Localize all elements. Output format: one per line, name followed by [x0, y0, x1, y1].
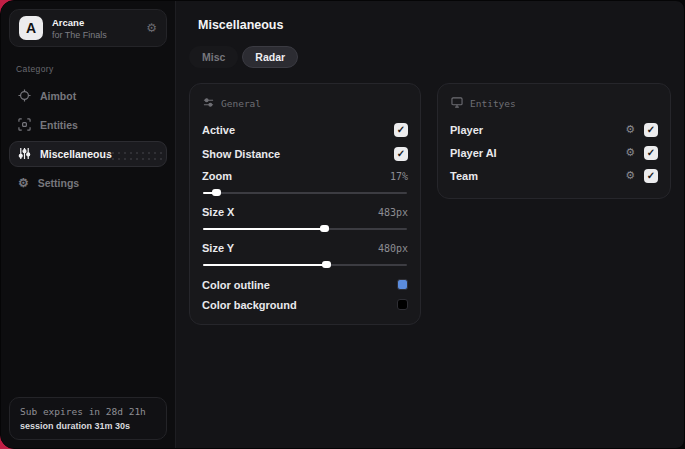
entity-label: Player AI [450, 147, 497, 159]
profile-settings-icon[interactable]: ⚙ [146, 22, 157, 34]
setting-label: Size X [202, 206, 234, 218]
setting-label: Show Distance [202, 148, 280, 160]
size-y-value: 480px [378, 243, 408, 254]
setting-label: Zoom [202, 170, 232, 182]
setting-label: Color outline [202, 279, 270, 291]
setting-row-size-x: Size X 483px [202, 206, 408, 233]
setting-row-active: Active [202, 122, 408, 137]
size-x-slider[interactable] [202, 224, 408, 233]
gear-icon: ⚙ [18, 177, 29, 189]
color-outline-swatch[interactable] [397, 279, 408, 290]
setting-label: Color background [202, 299, 297, 311]
sidebar-item-entities[interactable]: Entities [9, 112, 167, 138]
team-checkbox[interactable] [644, 169, 658, 183]
team-config-gear-icon[interactable]: ⚙ [625, 170, 635, 181]
general-panel-header: General [203, 97, 408, 110]
player-ai-checkbox[interactable] [644, 146, 658, 160]
active-checkbox[interactable] [394, 123, 408, 137]
color-background-swatch[interactable] [397, 299, 408, 310]
zoom-slider[interactable] [202, 188, 408, 197]
setting-row-color-outline: Color outline [202, 278, 408, 291]
entity-row-player: Player ⚙ [450, 122, 658, 137]
setting-row-color-background: Color background [202, 298, 408, 311]
scan-box-icon [18, 118, 31, 133]
panels-row: General Active Show Distance Zoom 17% [189, 83, 671, 325]
sliders-icon [18, 147, 31, 162]
zoom-value: 17% [390, 171, 408, 182]
size-x-slider-thumb[interactable] [320, 225, 329, 232]
sidebar-item-label: Aimbot [40, 90, 76, 102]
player-config-gear-icon[interactable]: ⚙ [625, 124, 635, 135]
subscription-card: Sub expires in 28d 21h session duration … [9, 397, 167, 440]
sidebar-item-miscellaneous[interactable]: Miscellaneous [9, 141, 167, 167]
entities-panel-title: Entityes [470, 98, 516, 109]
player-checkbox[interactable] [644, 123, 658, 137]
sidebar-item-aimbot[interactable]: Aimbot [9, 83, 167, 109]
sidebar-item-label: Settings [38, 177, 79, 189]
size-y-slider-thumb[interactable] [322, 261, 331, 268]
sidebar: A Arcane for The Finals ⚙ Category Aimbo… [1, 1, 176, 448]
tab-bar: Misc Radar [189, 46, 671, 68]
main-content: Miscellaneous Misc Radar General Active [176, 1, 685, 448]
setting-row-zoom: Zoom 17% [202, 170, 408, 197]
sidebar-item-label: Miscellaneous [40, 148, 112, 160]
page-title: Miscellaneous [198, 18, 671, 32]
profile-card: A Arcane for The Finals ⚙ [9, 9, 167, 47]
setting-row-size-y: Size Y 480px [202, 242, 408, 269]
entities-panel-header: Entityes [451, 97, 658, 110]
size-y-slider[interactable] [202, 260, 408, 269]
app-window: A Arcane for The Finals ⚙ Category Aimbo… [0, 0, 685, 449]
entity-label: Team [450, 170, 478, 182]
entity-row-team: Team ⚙ [450, 168, 658, 183]
brand-text: Arcane for The Finals [52, 17, 107, 40]
sidebar-section-label: Category [16, 64, 160, 74]
brand-logo: A [19, 16, 43, 40]
brand-subtitle: for The Finals [52, 30, 107, 40]
brand-name: Arcane [52, 17, 107, 28]
size-x-value: 483px [378, 207, 408, 218]
general-panel-title: General [221, 98, 261, 109]
tab-misc[interactable]: Misc [189, 46, 238, 68]
setting-row-show-distance: Show Distance [202, 146, 408, 161]
player-ai-config-gear-icon[interactable]: ⚙ [625, 147, 635, 158]
monitor-icon [451, 97, 463, 110]
mini-sliders-icon [203, 97, 214, 110]
entities-panel: Entityes Player ⚙ Player AI ⚙ [437, 83, 671, 199]
sidebar-item-label: Entities [40, 119, 78, 131]
session-duration-text: session duration 31m 30s [20, 421, 156, 431]
general-panel: General Active Show Distance Zoom 17% [189, 83, 421, 325]
zoom-slider-thumb[interactable] [212, 189, 221, 196]
setting-label: Size Y [202, 242, 234, 254]
crosshair-icon [18, 89, 31, 104]
entity-label: Player [450, 124, 483, 136]
entity-row-player-ai: Player AI ⚙ [450, 145, 658, 160]
setting-label: Active [202, 124, 235, 136]
sidebar-item-settings[interactable]: ⚙ Settings [9, 170, 167, 196]
show-distance-checkbox[interactable] [394, 147, 408, 161]
sub-expires-text: Sub expires in 28d 21h [20, 406, 156, 417]
tab-radar[interactable]: Radar [242, 46, 298, 68]
